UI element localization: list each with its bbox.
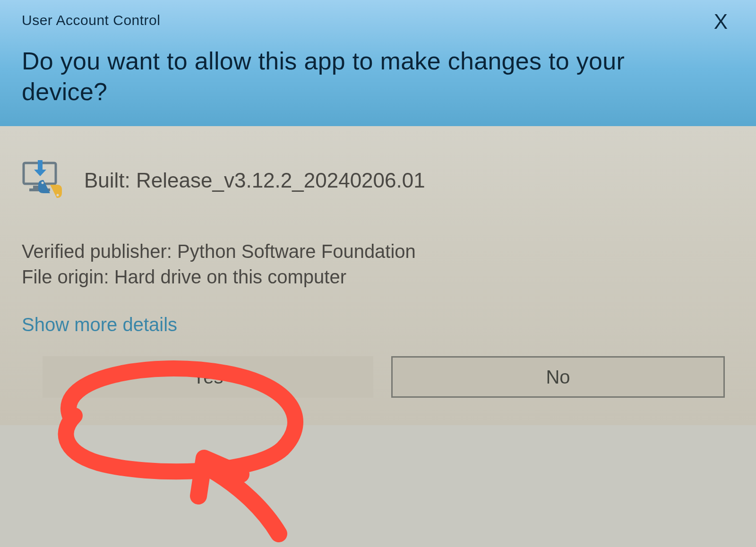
origin-value: Hard drive on this computer: [114, 266, 346, 287]
dialog-title: User Account Control: [22, 12, 160, 28]
title-row: User Account Control X: [22, 12, 734, 33]
yes-button[interactable]: Yes: [43, 356, 373, 398]
svg-marker-4: [34, 170, 46, 176]
publisher-line: Verified publisher: Python Software Foun…: [22, 239, 734, 264]
close-icon[interactable]: X: [707, 10, 734, 33]
uac-prompt: Do you want to allow this app to make ch…: [22, 46, 734, 107]
app-row: Built: Release_v3.12.2_20240206.01: [22, 152, 734, 201]
app-name: Built: Release_v3.12.2_20240206.01: [84, 169, 425, 192]
uac-body: Built: Release_v3.12.2_20240206.01 Verif…: [0, 126, 756, 425]
show-more-details-link[interactable]: Show more details: [22, 314, 734, 335]
uac-header: User Account Control X Do you want to al…: [0, 0, 756, 126]
publisher-label: Verified publisher:: [22, 241, 172, 262]
no-button[interactable]: No: [391, 356, 725, 398]
button-row: Yes No: [22, 356, 734, 398]
svg-rect-3: [38, 160, 43, 171]
origin-label: File origin:: [22, 266, 109, 287]
origin-line: File origin: Hard drive on this computer: [22, 264, 734, 290]
annotation-arrow-icon: [170, 425, 302, 547]
publisher-value: Python Software Foundation: [177, 241, 416, 262]
svg-point-6: [57, 194, 59, 197]
installer-python-icon: [22, 160, 67, 201]
svg-point-5: [42, 182, 44, 184]
